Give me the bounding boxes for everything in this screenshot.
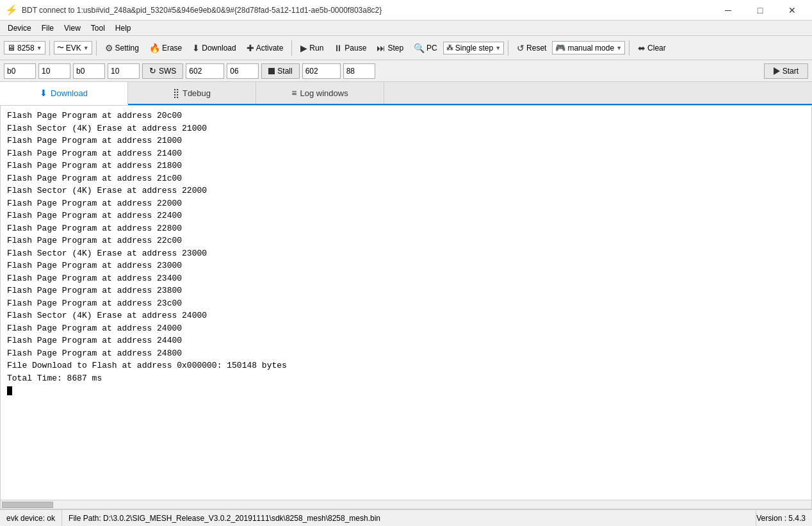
minimize-button[interactable]: ─ — [713, 1, 743, 20]
pause-button[interactable]: ⏸ Pause — [329, 40, 371, 56]
menu-device[interactable]: Device — [3, 22, 37, 34]
log-line: Flash Page Program at address 21400 — [7, 147, 805, 160]
inputs-row: ↻ SWS Stall Start — [0, 60, 812, 82]
tab-download[interactable]: ⬇ Download — [0, 82, 128, 105]
start-label: Start — [783, 67, 799, 76]
manualmode-selector[interactable]: 🎮 manual mode ▼ — [552, 41, 625, 54]
input-field-3[interactable] — [73, 63, 105, 79]
log-line: Flash Page Program at address 22400 — [7, 210, 805, 222]
log-line: Flash Page Program at address 23c00 — [7, 297, 805, 310]
input-field-8[interactable] — [343, 63, 375, 79]
log-content[interactable]: Flash Page Program at address 20c00Flash… — [1, 106, 811, 500]
run-button[interactable]: ▶ Run — [296, 40, 328, 56]
log-line: Flash Page Program at address 23000 — [7, 259, 805, 272]
sep1 — [49, 40, 50, 56]
log-line: Flash Sector (4K) Erase at address 21000 — [7, 122, 805, 135]
step-button[interactable]: ⏭ Step — [372, 40, 408, 56]
tab-logwindows[interactable]: ≡ Log windows — [256, 82, 384, 104]
log-line: Flash Sector (4K) Erase at address 24000 — [7, 309, 805, 322]
run-label: Run — [309, 44, 323, 53]
tab-bar: ⬇ Download ⣿ Tdebug ≡ Log windows — [0, 82, 812, 105]
download-tab-icon: ⬇ — [40, 88, 47, 98]
sws-refresh-icon: ↻ — [149, 66, 156, 76]
status-device: evk device: ok — [6, 510, 62, 526]
menu-help[interactable]: Help — [110, 22, 136, 34]
input-field-5[interactable] — [186, 63, 224, 79]
log-line: Flash Page Program at address 23400 — [7, 272, 805, 285]
menu-view[interactable]: View — [59, 22, 86, 34]
log-line: Flash Page Program at address 24800 — [7, 347, 805, 360]
input-field-7[interactable] — [302, 63, 341, 79]
pause-icon: ⏸ — [334, 43, 343, 53]
input-field-1[interactable] — [4, 63, 36, 79]
menu-bar: Device File View Tool Help — [0, 21, 812, 36]
setting-icon: ⚙ — [105, 43, 113, 53]
reset-button[interactable]: ↺ Reset — [512, 40, 551, 56]
evk-label: EVK — [66, 44, 81, 53]
log-area: Flash Page Program at address 20c00Flash… — [0, 105, 812, 509]
clear-button[interactable]: ⬌ Clear — [633, 40, 670, 56]
reset-icon: ↺ — [517, 43, 524, 53]
log-line: Flash Page Program at address 21c00 — [7, 172, 805, 185]
menu-file[interactable]: File — [37, 22, 59, 34]
log-cursor-line — [7, 384, 805, 397]
h-scroll-thumb[interactable] — [2, 502, 53, 508]
singlestep-icon: ⁂ — [446, 44, 453, 52]
sws-button[interactable]: ↻ SWS — [142, 63, 183, 79]
activate-button[interactable]: ✚ Activate — [242, 40, 288, 56]
setting-button[interactable]: ⚙ Setting — [101, 40, 143, 56]
sep2 — [96, 40, 97, 56]
window-controls: ─ □ ✕ — [713, 1, 807, 20]
pc-icon: 🔍 — [414, 43, 425, 53]
sws-label: SWS — [159, 67, 176, 76]
status-version: Version : 5.4.3 — [756, 514, 806, 523]
input-field-6[interactable] — [227, 63, 259, 79]
erase-label: Erase — [162, 44, 182, 53]
download-label: Download — [202, 44, 236, 53]
download-button[interactable]: ⬇ Download — [188, 40, 240, 56]
log-line: Flash Page Program at address 23800 — [7, 284, 805, 297]
start-icon — [774, 67, 780, 75]
tdebug-tab-label: Tdebug — [183, 88, 211, 98]
evk-selector[interactable]: 〜 EVK ▼ — [54, 41, 92, 54]
erase-icon: 🔥 — [149, 43, 160, 53]
sep5 — [629, 40, 629, 56]
start-button[interactable]: Start — [764, 63, 808, 79]
activate-label: Activate — [256, 44, 284, 53]
logwindows-tab-label: Log windows — [300, 88, 348, 98]
tab-tdebug[interactable]: ⣿ Tdebug — [128, 82, 256, 104]
clear-label: Clear — [647, 44, 666, 53]
logwindows-tab-icon: ≡ — [291, 88, 296, 98]
singlestep-selector[interactable]: ⁂ Single step ▼ — [443, 42, 504, 54]
log-line: Flash Page Program at address 22000 — [7, 197, 805, 210]
download-tab-label: Download — [51, 88, 88, 98]
menu-tool[interactable]: Tool — [86, 22, 110, 34]
input-field-2[interactable] — [38, 63, 70, 79]
log-line: Flash Page Program at address 20c00 — [7, 110, 805, 122]
evk-dropdown-arrow: ▼ — [83, 45, 89, 51]
download-icon: ⬇ — [192, 43, 200, 53]
log-line: Flash Sector (4K) Erase at address 22000 — [7, 185, 805, 197]
chip-value: 8258 — [17, 44, 35, 53]
stall-icon — [268, 68, 275, 74]
pc-button[interactable]: 🔍 PC — [409, 40, 442, 56]
step-icon: ⏭ — [377, 43, 386, 53]
cursor — [7, 386, 12, 395]
erase-button[interactable]: 🔥 Erase — [145, 40, 186, 56]
horizontal-scrollbar[interactable] — [1, 500, 811, 509]
chip-selector[interactable]: 🖥 8258 ▼ — [4, 41, 45, 54]
maximize-button[interactable]: □ — [745, 1, 775, 20]
input-field-4[interactable] — [108, 63, 140, 79]
close-button[interactable]: ✕ — [777, 1, 807, 20]
stall-button[interactable]: Stall — [261, 63, 299, 79]
log-line: Flash Page Program at address 24400 — [7, 334, 805, 347]
status-filepath: File Path: D:\3.0.2\SIG_MESH_Release_V3.… — [62, 510, 756, 526]
log-line: Flash Page Program at address 21800 — [7, 160, 805, 172]
activate-icon: ✚ — [247, 43, 254, 53]
log-line: Total Time: 8687 ms — [7, 372, 805, 385]
pause-label: Pause — [345, 44, 366, 53]
status-bar: evk device: ok File Path: D:\3.0.2\SIG_M… — [0, 509, 812, 526]
run-icon: ▶ — [300, 43, 307, 53]
step-label: Step — [387, 44, 403, 53]
log-line: Flash Page Program at address 22c00 — [7, 234, 805, 247]
